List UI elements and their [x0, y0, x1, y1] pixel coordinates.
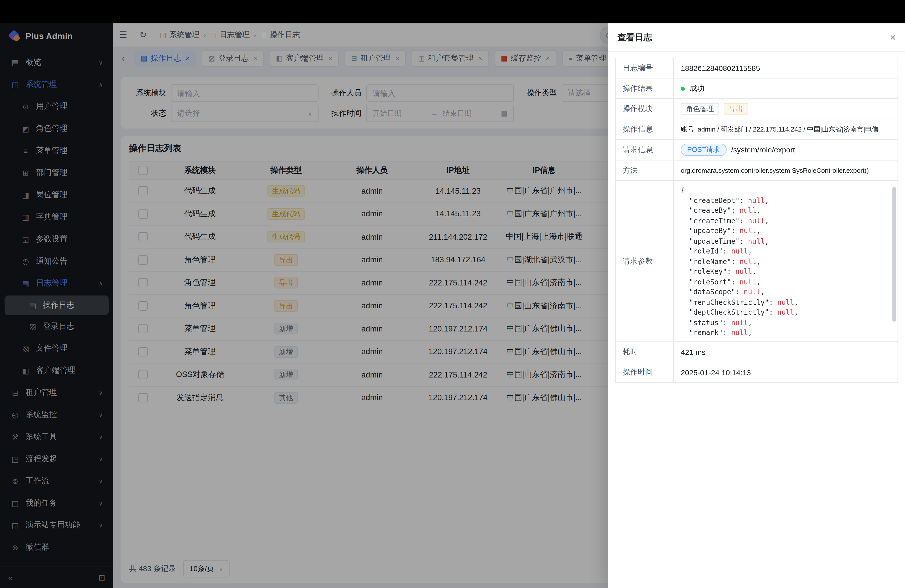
request-label: 请求信息 [616, 140, 674, 160]
json-value: null [744, 288, 761, 296]
success-dot-icon [681, 86, 685, 90]
json-value: null [740, 257, 756, 265]
json-comma: , [756, 227, 761, 235]
json-value: null [731, 318, 748, 326]
info-label: 操作信息 [616, 119, 674, 139]
json-colon: : [723, 247, 731, 255]
json-key: "menuCheckStrictly" [681, 298, 769, 306]
json-colon: : [723, 318, 731, 326]
detail-row-info: 操作信息 账号: admin / 研发部门 / 222.175.114.242 … [616, 119, 898, 140]
json-value: null [740, 227, 756, 235]
json-value: null [748, 237, 765, 245]
request-path: /system/role/export [731, 145, 795, 154]
duration-value: 421 ms [674, 342, 897, 362]
json-colon: : [769, 308, 777, 316]
screen: Plus Admin ▤概览∨◫系统管理∧⊙用户管理◩角色管理≡菜单管理⊞部门管… [0, 0, 905, 588]
module-label: 操作模块 [616, 99, 674, 119]
log-id-value: 1882612840802115585 [674, 58, 897, 78]
log-detail-table: 日志编号 1882612840802115585 操作结果 成功 操作模块 角色… [615, 57, 898, 383]
json-comma: , [756, 257, 761, 265]
detail-row-op-time: 操作时间 2025-01-24 10:14:13 [616, 362, 898, 382]
json-line: "createBy": null, [681, 206, 898, 216]
json-comma: , [765, 237, 769, 245]
view-log-drawer: 查看日志 × 日志编号 1882612840802115585 操作结果 成功 … [608, 23, 905, 588]
method-label: 方法 [616, 161, 674, 180]
detail-row-method: 方法 org.dromara.system.controller.system.… [616, 161, 898, 181]
op-time-value: 2025-01-24 10:14:13 [674, 362, 897, 382]
detail-row-duration: 耗时 421 ms [616, 342, 898, 362]
json-key: "roleSort" [681, 278, 731, 286]
op-time-label: 操作时间 [616, 362, 674, 382]
detail-row-params: 请求参数 { "createDept": null, "createBy": n… [616, 181, 898, 342]
json-value: null [731, 247, 748, 255]
json-line: { [681, 186, 898, 195]
json-key: "remark" [681, 329, 723, 337]
drawer-title: 查看日志 [618, 32, 653, 43]
json-key: "dataScope" [681, 288, 735, 296]
json-colon: : [723, 329, 731, 337]
request-value: POST请求 /system/role/export [674, 140, 897, 160]
json-line: "remark": null, [681, 328, 898, 338]
json-comma: , [748, 329, 752, 337]
json-comma: , [765, 196, 769, 204]
json-key: "updateBy" [681, 227, 731, 235]
json-line: "updateTime": null, [681, 237, 898, 246]
json-colon: : [735, 288, 744, 296]
module-tag: 角色管理 [681, 103, 719, 114]
json-key: "deptCheckStrictly" [681, 308, 769, 316]
json-value: null [748, 196, 765, 204]
json-comma: , [756, 278, 761, 286]
detail-row-log-id: 日志编号 1882612840802115585 [616, 58, 898, 78]
json-comma: , [794, 308, 799, 316]
log-id-label: 日志编号 [616, 58, 674, 78]
result-label: 操作结果 [616, 78, 674, 99]
json-colon: : [740, 237, 748, 245]
post-method-tag: POST请求 [681, 144, 727, 156]
json-comma: , [794, 298, 799, 306]
json-colon: : [740, 216, 748, 224]
json-value: null [735, 268, 752, 276]
json-line: "roleName": null, [681, 257, 898, 267]
method-value: org.dromara.system.controller.system.Sys… [674, 161, 897, 180]
json-value: null [740, 207, 756, 215]
json-colon: : [727, 268, 735, 276]
json-value: null [777, 308, 794, 316]
top-strip [0, 0, 905, 23]
json-key: "updateTime" [681, 237, 740, 245]
detail-row-result: 操作结果 成功 [616, 78, 898, 99]
drawer-body: 日志编号 1882612840802115585 操作结果 成功 操作模块 角色… [608, 52, 905, 588]
params-label: 请求参数 [616, 181, 674, 341]
json-key: "status" [681, 318, 723, 326]
json-comma: , [761, 288, 765, 296]
drawer-header: 查看日志 × [608, 23, 905, 52]
json-comma: , [752, 268, 756, 276]
params-value: { "createDept": null, "createBy": null, … [674, 181, 897, 341]
info-value: 账号: admin / 研发部门 / 222.175.114.242 / 中国|… [674, 119, 897, 139]
close-icon[interactable]: × [890, 32, 896, 42]
json-colon: : [731, 257, 739, 265]
json-comma: , [765, 216, 769, 224]
json-line: "roleId": null, [681, 247, 898, 257]
json-key: "roleKey" [681, 268, 727, 276]
json-value: null [731, 329, 748, 337]
json-value: null [740, 278, 756, 286]
json-colon: : [740, 196, 748, 204]
json-line: "createTime": null, [681, 216, 898, 226]
json-line: "updateBy": null, [681, 226, 898, 237]
json-colon: : [731, 207, 739, 215]
json-colon: : [731, 227, 739, 235]
json-line: "roleSort": null, [681, 277, 898, 287]
json-line: "menuCheckStrictly": null, [681, 297, 898, 308]
detail-row-request: 请求信息 POST请求 /system/role/export [616, 140, 898, 161]
json-comma: , [748, 247, 752, 255]
json-line: "deptCheckStrictly": null, [681, 308, 898, 318]
json-key: "createBy" [681, 207, 731, 215]
module-value: 角色管理 导出 [674, 99, 897, 119]
json-line: "status": null, [681, 318, 898, 328]
json-line: "roleKey": null, [681, 267, 898, 277]
json-scrollbar[interactable] [892, 187, 896, 322]
json-key: "roleName" [681, 257, 731, 265]
result-value: 成功 [674, 78, 897, 99]
json-comma: , [756, 207, 761, 215]
json-line: "createDept": null, [681, 195, 898, 206]
